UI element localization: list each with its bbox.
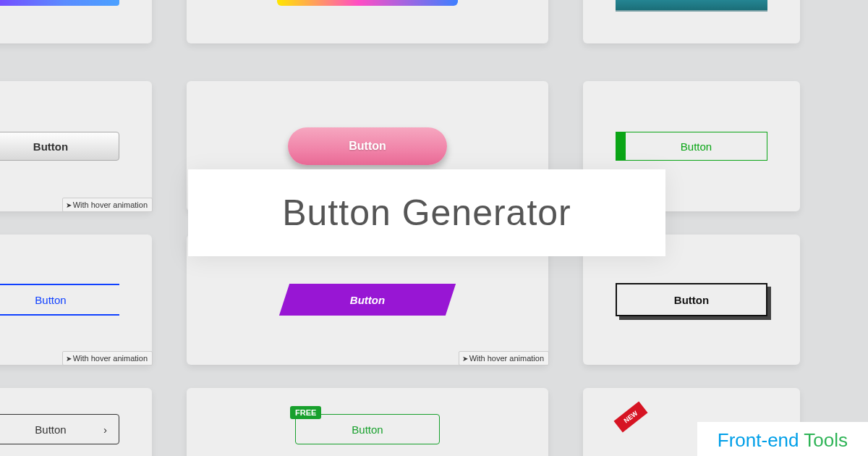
button-gradient-teal[interactable]: Button	[616, 0, 767, 12]
card-gradient-purple: Button	[0, 0, 152, 43]
button-free-badge[interactable]: FREE Button	[295, 414, 440, 444]
card-gradient-rainbow: Button	[187, 0, 548, 43]
button-label: Button	[352, 423, 383, 436]
card-gradient-teal: Button	[583, 0, 800, 43]
button-arrow-outline[interactable]: Button ›	[0, 414, 119, 444]
brand-part-1: Front-end	[718, 429, 799, 451]
button-label: Button	[350, 294, 385, 306]
card-gray-bevel: Button ➤ With hover animation	[0, 81, 152, 211]
hover-label: With hover animation	[469, 354, 544, 363]
ribbon-new: NEW	[614, 402, 648, 433]
button-label: Button	[35, 423, 66, 436]
card-arrow-outline: Button ›	[0, 388, 152, 456]
button-gradient-purple[interactable]: Button	[0, 0, 119, 6]
hover-annotation: ➤ With hover animation	[62, 198, 153, 212]
cursor-icon: ➤	[66, 355, 72, 363]
hover-annotation: ➤ With hover animation	[459, 351, 549, 366]
button-blue-underline[interactable]: Button	[0, 284, 119, 316]
card-free-badge: FREE Button	[187, 388, 548, 456]
brand-footer: Front-end Tools	[697, 422, 868, 456]
button-pink-pill[interactable]: Button	[288, 127, 447, 165]
cursor-icon: ➤	[462, 355, 468, 363]
badge-free: FREE	[290, 406, 321, 419]
page-title: Button Generator	[282, 192, 571, 234]
cursor-icon: ➤	[66, 201, 72, 209]
button-purple-skew[interactable]: Button	[279, 284, 456, 316]
button-gradient-rainbow[interactable]: Button	[277, 0, 458, 6]
card-blue-line: Button ➤ With hover animation	[0, 235, 152, 365]
button-black-shadow[interactable]: Button	[616, 283, 767, 316]
brand-part-2: Tools	[799, 429, 848, 451]
hover-annotation: ➤ With hover animation	[62, 351, 153, 366]
hover-label: With hover animation	[73, 200, 148, 209]
button-gray-bevel[interactable]: Button	[0, 132, 119, 161]
title-overlay: Button Generator	[188, 169, 665, 256]
chevron-right-icon: ›	[103, 423, 107, 436]
button-green-tab[interactable]: Button	[616, 132, 767, 161]
hover-label: With hover animation	[73, 354, 148, 363]
